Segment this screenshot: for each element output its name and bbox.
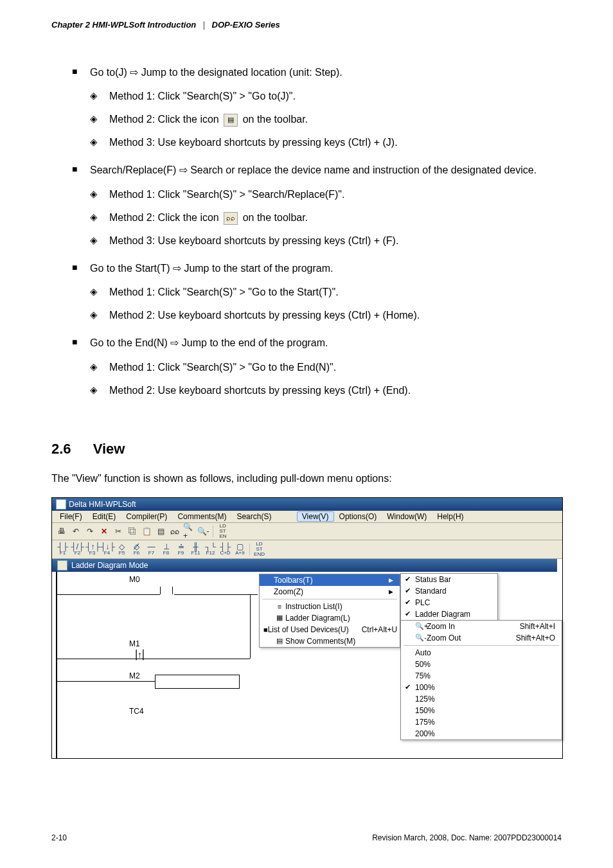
ladder-symbol-m1: M1 [129,639,140,648]
ladder-fn-key[interactable]: ▢A+9 [233,543,247,556]
menu-view[interactable]: View(V) [297,511,334,522]
view-dropdown-menu[interactable]: Toolbars(T)▶Zoom(Z)▶≡Instruction List(I)… [259,574,400,648]
ladder-vertical-line [250,594,251,659]
ladder-title-icon [57,560,67,571]
document-page: Chapter 2 HMI-WPLSoft Introduction ｜ DOP… [0,0,613,868]
undo-icon[interactable]: ↶ [70,526,82,537]
menubar[interactable]: File(F)Edit(E)Compiler(P)Comments(M)Sear… [52,511,562,523]
ladder-fn-key[interactable]: ┤├F1 [56,543,69,556]
method-item: Method 2: Click the icon ▤ on the toolba… [90,108,562,131]
view-menu-item[interactable]: ≡Instruction List(I) [260,601,400,612]
ladder-symbol-m0: M0 [129,575,140,584]
header-series: DOP-EXIO Series [212,20,280,30]
ladder-fn-key[interactable]: —F7 [145,543,158,556]
ladder-fn-key[interactable]: ⊥F8 [159,543,173,556]
ladder-fn-key[interactable]: ≐F9 [174,543,188,556]
page-header: Chapter 2 HMI-WPLSoft Introduction ｜ DOP… [51,19,562,31]
il-toggle-icon[interactable]: LDSTEN [217,526,229,537]
ladder-line [57,681,155,682]
zoom-submenu-item[interactable]: 175% [401,716,562,728]
zoom-submenu-item[interactable]: 🔍+Zoom InShift+Alt+I [401,621,562,632]
ladder-fn-key[interactable]: ╫F11 [189,543,202,556]
header-separator: ｜ [200,20,208,30]
feature-list: Go to(J) ⇨ Jump to the designated locati… [51,63,562,402]
menu-file[interactable]: File(F) [55,511,87,522]
ladder-toolbar[interactable]: ┤├F1┤/├F2┤↑├F3┤↓├F4◇F5◇̸F6—F7⊥F8≐F9╫F11┐… [52,540,562,559]
app-icon: ▦ [56,499,66,509]
ladder-fn-key[interactable]: ┤↓├F4 [100,543,114,556]
zoom-submenu-item[interactable]: 200% [401,728,562,740]
work-area: Ladder Diagram Mode M0 M1 ⎥↑⎢ M2 TC4 [52,559,562,758]
method-item: Method 1: Click "Search(S)" > "Go to(J)"… [90,85,562,108]
il-toggle[interactable]: LDSTEND [253,542,266,557]
ladder-fn-key[interactable]: ◇̸F6 [130,543,143,556]
section-description: The "View" function is shown as follows,… [51,473,562,484]
goto-icon[interactable]: ▤ [155,526,166,537]
zoom-in-icon[interactable]: 🔍+ [183,526,195,537]
delete-icon[interactable]: ✕ [98,526,110,537]
menu-window[interactable]: Window(W) [382,511,432,522]
zoom-submenu-item[interactable]: Auto [401,647,562,659]
cut-icon[interactable]: ✂ [112,526,124,537]
footer-page-number: 2-10 [51,833,67,842]
ladder-line [57,594,160,595]
zoom-submenu-item[interactable]: 75% [401,670,562,682]
zoom-submenu-item[interactable]: 125% [401,693,562,705]
view-menu-item[interactable]: ▦Ladder Diagram(L) [260,612,400,624]
ladder-fn-key[interactable]: ┐└F12 [204,543,217,556]
binoculars-icon[interactable]: ⌕⌕ [169,526,181,537]
method-item: Method 1: Click "Search(S)" > "Search/Re… [90,183,562,206]
menu-compiler[interactable]: Compiler(P) [121,511,172,522]
zoom-submenu[interactable]: 🔍+Zoom InShift+Alt+I🔍-Zoom OutShift+Alt+… [400,620,562,740]
zoom-out-icon[interactable]: 🔍- [197,526,209,537]
toolbars-submenu-item[interactable]: ✔Status Bar [401,574,497,585]
ladder-line [57,659,250,659]
ladder-symbol-m2: M2 [129,671,140,680]
app-title: Delta HMI-WPLSoft [69,500,136,509]
titlebar: ▦ Delta HMI-WPLSoft [52,498,562,511]
section-number: 2.6 [51,441,71,457]
copy-icon[interactable]: ⿻ [127,526,138,537]
redo-icon[interactable]: ↷ [84,526,96,537]
binoculars-icon: ⌕⌕ [224,212,238,225]
ladder-fn-key[interactable]: ┤├C+D [218,543,232,556]
footer-revision: Revision March, 2008, Doc. Name: 2007PDD… [372,833,562,842]
method-item: Method 2: Use keyboard shortcuts by pres… [90,304,562,327]
header-chapter: Chapter 2 HMI-WPLSoft Introduction [51,20,196,30]
menu-search[interactable]: Search(S) [231,511,276,522]
toolbars-submenu-item[interactable]: ✔Ladder Diagram [401,608,497,620]
ladder-line [174,594,258,595]
menu-edit[interactable]: Edit(E) [87,511,121,522]
ladder-rail [56,572,57,758]
ladder-title-label: Ladder Diagram Mode [71,561,148,570]
method-item: Method 1: Click "Search(S)" > "Go to the… [90,281,562,304]
menu-help[interactable]: Help(H) [432,511,468,522]
zoom-submenu-item[interactable]: ✔100% [401,682,562,693]
feature-item: Go to the End(N) ⇨ Jump to the end of th… [51,333,562,402]
print-icon[interactable]: 🖶 [56,526,67,537]
zoom-submenu-item[interactable]: 50% [401,659,562,670]
standard-toolbar[interactable]: 🖶 ↶ ↷ ✕ ✂ ⿻ 📋 ▤ ⌕⌕ 🔍+ 🔍- LDSTEN [52,523,562,540]
method-item: Method 2: Click the icon ⌕⌕ on the toolb… [90,206,562,229]
view-menu-item[interactable]: ■List of Used Devices(U)Ctrl+Alt+U [260,624,400,635]
ladder-output-box [155,675,240,689]
toolbars-submenu-item[interactable]: ✔Standard [401,585,497,597]
ladder-fn-key[interactable]: ◇F5 [115,543,129,556]
ladder-fn-key[interactable]: ┤/├F2 [71,543,84,556]
method-item: Method 2: Use keyboard shortcuts by pres… [90,379,562,402]
view-menu-item[interactable]: Toolbars(T)▶ [260,574,400,586]
page-footer: 2-10 Revision March, 2008, Doc. Name: 20… [51,833,562,842]
paste-icon[interactable]: 📋 [141,526,152,537]
view-menu-item[interactable]: Zoom(Z)▶ [260,586,400,598]
method-item: Method 3: Use keyboard shortcuts by pres… [90,131,562,154]
ladder-fn-key[interactable]: ┤↑├F3 [85,543,99,556]
menu-comments[interactable]: Comments(M) [172,511,231,522]
ladder-symbol-tc4: TC4 [129,707,144,716]
menu-options[interactable]: Options(O) [334,511,382,522]
toolbars-submenu[interactable]: ✔Status Bar✔Standard✔PLC✔Ladder Diagram [400,573,498,621]
ladder-contact [160,587,173,596]
zoom-submenu-item[interactable]: 🔍-Zoom OutShift+Alt+O [401,632,562,644]
zoom-submenu-item[interactable]: 150% [401,705,562,716]
view-menu-item[interactable]: ▤Show Comments(M) [260,635,400,647]
toolbars-submenu-item[interactable]: ✔PLC [401,597,497,608]
